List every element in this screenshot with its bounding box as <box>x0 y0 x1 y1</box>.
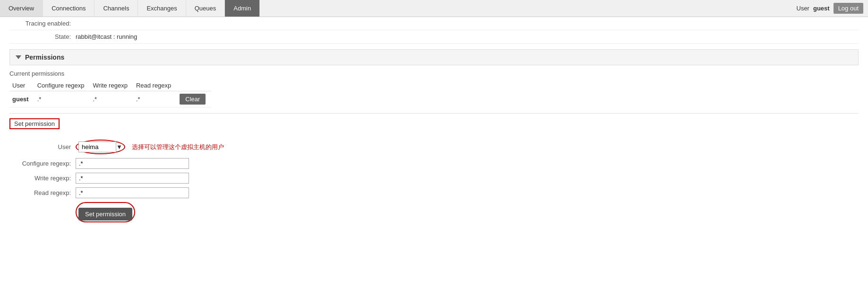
write-form-row: Write regexp: <box>9 173 859 184</box>
permissions-title: Permissions <box>25 53 64 61</box>
submit-row: Set permission <box>9 202 859 222</box>
hint-text: 选择可以管理这个虚拟主机的用户 <box>132 143 224 151</box>
set-permission-form: User heima guest ▼ 选择可以管理这个虚拟主机的用户 Confi… <box>9 140 859 222</box>
tab-queues[interactable]: Queues <box>186 0 225 17</box>
perm-configure: .* <box>34 91 90 107</box>
collapse-icon <box>16 55 21 59</box>
state-label: State: <box>9 33 76 40</box>
read-label: Read regexp: <box>9 189 76 196</box>
nav-right: User guest Log out <box>797 3 868 14</box>
write-label: Write regexp: <box>9 175 76 182</box>
tab-exchanges[interactable]: Exchanges <box>138 0 186 17</box>
col-write: Write regexp <box>90 80 133 91</box>
user-field-label: User <box>9 143 76 150</box>
read-input[interactable] <box>76 187 189 198</box>
tracing-row: Tracing enabled: <box>9 17 859 30</box>
perm-write: .* <box>90 91 133 107</box>
state-value: rabbit@itcast : running <box>76 33 137 40</box>
set-permission-header-label: Set permission <box>14 120 55 127</box>
table-row: guest .* .* .* Clear <box>9 91 211 107</box>
read-form-row: Read regexp: <box>9 187 859 198</box>
state-row: State: rabbit@itcast : running <box>9 30 859 44</box>
user-select[interactable]: heima guest <box>78 141 116 152</box>
configure-form-row: Configure regexp: <box>9 158 859 169</box>
tab-admin[interactable]: Admin <box>225 0 260 17</box>
logout-button[interactable]: Log out <box>834 3 863 14</box>
user-form-row: User heima guest ▼ 选择可以管理这个虚拟主机的用户 <box>9 140 859 154</box>
col-read: Read regexp <box>133 80 177 91</box>
clear-button[interactable]: Clear <box>180 94 206 105</box>
current-permissions-label: Current permissions <box>9 70 859 77</box>
user-select-circled: heima guest ▼ <box>76 140 125 154</box>
col-user: User <box>9 80 34 91</box>
col-configure: Configure regexp <box>34 80 90 91</box>
tab-connections[interactable]: Connections <box>43 0 95 17</box>
write-input[interactable] <box>76 173 189 184</box>
permissions-section-header[interactable]: Permissions <box>9 49 859 65</box>
nav-tabs: Overview Connections Channels Exchanges … <box>0 0 260 17</box>
user-name: guest <box>813 5 830 12</box>
top-navigation: Overview Connections Channels Exchanges … <box>0 0 868 17</box>
perm-clear-cell: Clear <box>177 91 211 107</box>
set-permission-button-circle: Set permission <box>76 202 135 222</box>
col-action <box>177 80 211 91</box>
section-divider <box>9 113 859 114</box>
configure-label: Configure regexp: <box>9 160 76 167</box>
configure-input[interactable] <box>76 158 189 169</box>
perm-read: .* <box>133 91 177 107</box>
tracing-label: Tracing enabled: <box>9 20 76 27</box>
tab-channels[interactable]: Channels <box>95 0 138 17</box>
main-content: Tracing enabled: State: rabbit@itcast : … <box>0 17 868 232</box>
permissions-table: User Configure regexp Write regexp Read … <box>9 80 211 107</box>
tab-overview[interactable]: Overview <box>0 0 43 17</box>
set-permission-button[interactable]: Set permission <box>78 208 132 220</box>
user-label: User <box>797 5 809 12</box>
perm-user: guest <box>9 91 34 107</box>
set-permission-header-box: Set permission <box>9 118 60 129</box>
